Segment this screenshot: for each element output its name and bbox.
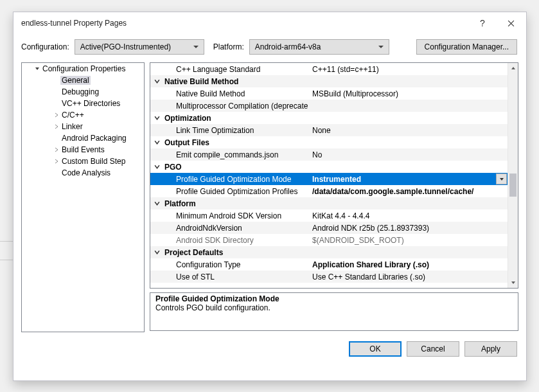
- grid-property-row[interactable]: Link Time OptimizationNone: [150, 124, 508, 136]
- help-icon: ?: [480, 18, 485, 28]
- close-icon: [508, 20, 515, 27]
- collapse-icon[interactable]: [150, 249, 163, 255]
- tree-item-code-analysis[interactable]: Code Analysis: [22, 167, 144, 179]
- caret-right-icon: [53, 147, 60, 152]
- property-pages-dialog: endless-tunnel Property Pages ? Configur…: [13, 12, 527, 381]
- tree-item-debugging[interactable]: Debugging: [22, 86, 144, 98]
- property-name: PGO: [163, 163, 308, 172]
- grid-group-header[interactable]: PGO: [150, 161, 508, 173]
- collapse-icon[interactable]: [150, 164, 163, 170]
- property-value[interactable]: MSBuild (Multiprocessor): [310, 89, 508, 98]
- configuration-select[interactable]: Active(PGO-Instrumented): [75, 39, 204, 55]
- grid-group-header[interactable]: Native Build Method: [150, 75, 508, 87]
- tree-root[interactable]: Configuration Properties: [22, 63, 144, 75]
- caret-down-icon: [33, 66, 41, 71]
- caret-right-icon: [53, 112, 60, 118]
- collapse-icon[interactable]: [150, 200, 163, 206]
- property-name: Output Files: [163, 138, 308, 147]
- property-value[interactable]: None: [310, 126, 508, 135]
- grid-property-row[interactable]: Configuration TypeApplication Shared Lib…: [150, 258, 508, 271]
- collapse-icon[interactable]: [150, 115, 163, 121]
- property-value[interactable]: Instrumented: [310, 175, 496, 184]
- property-name: Emit compile_commands.json: [163, 150, 310, 159]
- property-value[interactable]: Use C++ Standard Libraries (.so): [310, 272, 508, 281]
- configuration-label: Configuration:: [21, 42, 69, 51]
- grid-property-row[interactable]: Multiprocessor Compilation (deprecate: [150, 100, 508, 112]
- property-name: Use of STL: [163, 272, 310, 281]
- collapse-icon[interactable]: [150, 139, 163, 145]
- description-text: Controls PGO build configuration.: [155, 303, 513, 312]
- window-title: endless-tunnel Property Pages: [21, 19, 468, 28]
- property-name: AndroidNdkVersion: [163, 224, 310, 233]
- grid-group-header[interactable]: Output Files: [150, 136, 508, 148]
- property-value[interactable]: /data/data/com.google.sample.tunnel/cach…: [310, 187, 508, 196]
- configuration-manager-button[interactable]: Configuration Manager...: [416, 39, 517, 55]
- scrollbar-thumb[interactable]: [509, 174, 517, 197]
- description-title: Profile Guided Optimization Mode: [155, 294, 513, 303]
- caret-right-icon: [53, 124, 60, 129]
- description-panel: Profile Guided Optimization Mode Control…: [150, 292, 518, 331]
- apply-button[interactable]: Apply: [464, 341, 517, 357]
- property-name: Android SDK Directory: [163, 236, 310, 245]
- grid-property-row[interactable]: Native Build MethodMSBuild (Multiprocess…: [150, 87, 508, 100]
- tree-item-linker[interactable]: Linker: [22, 121, 144, 132]
- property-name: Configuration Type: [163, 260, 310, 269]
- footer: OK Cancel Apply: [13, 332, 526, 357]
- property-value[interactable]: No: [310, 150, 508, 159]
- scrollbar[interactable]: [508, 63, 518, 288]
- property-name: C++ Language Standard: [163, 65, 310, 74]
- close-button[interactable]: [497, 13, 525, 33]
- dropdown-button[interactable]: [496, 174, 507, 184]
- property-grid[interactable]: C++ Language StandardC++11 (std=c++11)Na…: [150, 62, 518, 289]
- cancel-button[interactable]: Cancel: [407, 341, 459, 357]
- help-button[interactable]: ?: [468, 13, 497, 33]
- grid-property-row[interactable]: C++ Language StandardC++11 (std=c++11): [150, 63, 508, 75]
- property-name: Multiprocessor Compilation (deprecate: [163, 102, 310, 111]
- property-value[interactable]: Application Shared Library (.so): [310, 260, 508, 269]
- grid-property-row[interactable]: AndroidNdkVersionAndroid NDK r25b (25.1.…: [150, 222, 508, 234]
- tree-item-build-events[interactable]: Build Events: [22, 144, 144, 156]
- tree-item-vcpp-directories[interactable]: VC++ Directories: [22, 98, 144, 109]
- property-name: Native Build Method: [163, 77, 308, 86]
- grid-property-row[interactable]: Emit compile_commands.jsonNo: [150, 148, 508, 161]
- property-name: Optimization: [163, 114, 308, 123]
- tree-item-general[interactable]: General: [22, 75, 144, 86]
- config-row: Configuration: Active(PGO-Instrumented) …: [13, 34, 526, 60]
- grid-group-header[interactable]: Project Defaults: [150, 246, 508, 258]
- grid-property-row[interactable]: Profile Guided Optimization ModeInstrume…: [150, 173, 508, 185]
- collapse-icon[interactable]: [150, 78, 163, 84]
- grid-property-row[interactable]: Minimum Android SDK VersionKitKat 4.4 - …: [150, 209, 508, 222]
- grid-property-row[interactable]: Use of STLUse C++ Standard Libraries (.s…: [150, 271, 508, 283]
- scroll-up-icon[interactable]: [508, 63, 518, 73]
- property-value[interactable]: $(ANDROID_SDK_ROOT): [310, 236, 508, 245]
- grid-property-row[interactable]: Android SDK Directory$(ANDROID_SDK_ROOT): [150, 234, 508, 246]
- platform-select[interactable]: Android-arm64-v8a: [249, 39, 389, 55]
- scroll-down-icon[interactable]: [508, 278, 518, 288]
- platform-label: Platform:: [213, 42, 244, 51]
- titlebar: endless-tunnel Property Pages ?: [13, 12, 526, 34]
- property-value[interactable]: Android NDK r25b (25.1.8937393): [310, 224, 508, 233]
- tree-item-ccpp[interactable]: C/C++: [22, 109, 144, 121]
- property-name: Native Build Method: [163, 89, 310, 98]
- grid-group-header[interactable]: Optimization: [150, 112, 508, 124]
- property-value[interactable]: KitKat 4.4 - 4.4.4: [310, 211, 508, 220]
- property-name: Project Defaults: [163, 248, 308, 257]
- grid-group-header[interactable]: Platform: [150, 197, 508, 209]
- property-value[interactable]: C++11 (std=c++11): [310, 65, 508, 74]
- grid-property-row[interactable]: Profile Guided Optimization Profiles/dat…: [150, 185, 508, 197]
- ok-button[interactable]: OK: [349, 341, 402, 357]
- tree-item-android-packaging[interactable]: Android Packaging: [22, 132, 144, 144]
- tree-item-custom-build-step[interactable]: Custom Build Step: [22, 156, 144, 167]
- property-name: Profile Guided Optimization Profiles: [163, 187, 310, 196]
- property-name: Profile Guided Optimization Mode: [163, 175, 310, 184]
- property-name: Link Time Optimization: [163, 126, 310, 135]
- property-tree[interactable]: Configuration Properties General Debuggi…: [21, 62, 145, 332]
- caret-right-icon: [53, 159, 60, 164]
- property-name: Platform: [163, 199, 308, 208]
- property-name: Minimum Android SDK Version: [163, 211, 310, 220]
